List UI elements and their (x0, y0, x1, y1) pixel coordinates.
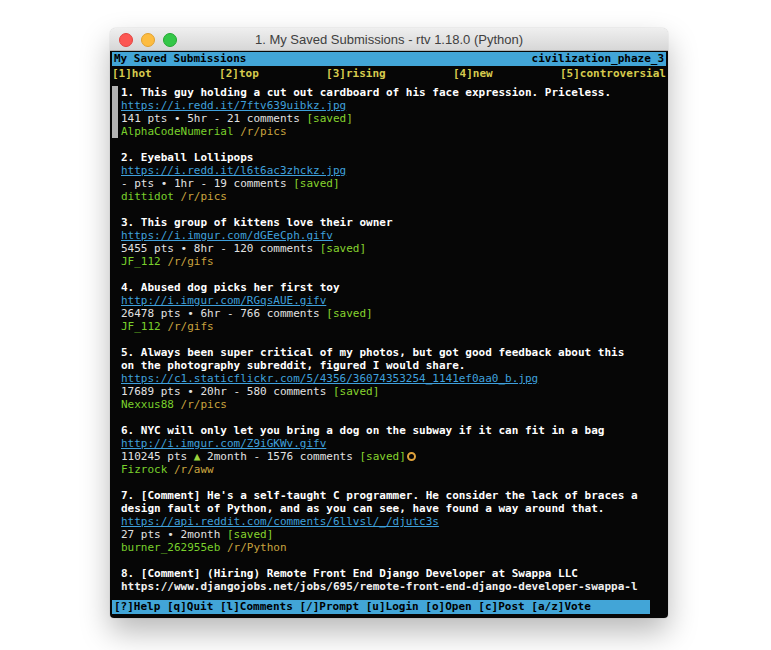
sort-menu: [1]hot[2]top[3]rising[4]new[5]controvers… (112, 67, 666, 80)
subreddit-link[interactable]: /r/pics (240, 125, 286, 138)
subreddit-link[interactable]: /r/pics (181, 398, 227, 411)
saved-badge: [saved] (333, 385, 379, 398)
submission-meta: 27 pts • 2month [saved] (121, 528, 666, 541)
submission-url[interactable]: http://i.imgur.com/RGqsAUE.gifv (121, 294, 666, 307)
footer-shortcut-bar: [?]Help [q]Quit [l]Comments [/]Prompt [u… (112, 600, 650, 614)
submission-byline: JF_112 /r/gifs (121, 255, 666, 268)
subreddit-link[interactable]: /r/gifs (167, 255, 213, 268)
score-and-age: 141 pts • 5hr - 21 comments (121, 112, 306, 125)
author-username[interactable]: AlphaCodeNumerial (121, 125, 234, 138)
close-button[interactable] (119, 33, 133, 47)
author-username[interactable]: Nexxus88 (121, 398, 174, 411)
submission-title: 4. Abused dog picks her first toy (121, 281, 666, 294)
submission-url[interactable]: https://api.reddit.com/comments/6llvsl/_… (121, 515, 666, 528)
submission-url[interactable]: https://c1.staticflickr.com/5/4356/36074… (121, 372, 666, 385)
score-and-age: 5455 pts • 8hr - 120 comments (121, 242, 320, 255)
sort-option-rising[interactable]: [3]rising (326, 67, 386, 80)
subreddit-link[interactable]: /r/Python (227, 541, 287, 554)
author-username[interactable]: Fizrock (121, 463, 167, 476)
submission-item[interactable]: 4. Abused dog picks her first toy http:/… (121, 281, 666, 333)
score-and-age: - pts • 1hr - 19 comments (121, 177, 293, 190)
submission-meta: 5455 pts • 8hr - 120 comments [saved] (121, 242, 666, 255)
submission-meta: 26478 pts • 6hr - 766 comments [saved] (121, 307, 666, 320)
submission-meta: 141 pts • 5hr - 21 comments [saved] (121, 112, 666, 125)
submission-byline: JF_112 /r/gifs (121, 320, 666, 333)
terminal-screen: My Saved Submissions civilization_phaze_… (110, 51, 668, 618)
sort-option-new[interactable]: [4]new (453, 67, 493, 80)
score-and-age: 110245 pts (121, 450, 194, 463)
shortcut-help[interactable]: [?]Help (114, 600, 160, 613)
app-window: 1. My Saved Submissions - rtv 1.18.0 (Py… (110, 28, 668, 618)
saved-badge: [saved] (320, 242, 366, 255)
submission-url[interactable]: http://i.imgur.com/Z9iGKWv.gifv (121, 437, 666, 450)
submission-byline: AlphaCodeNumerial /r/pics (121, 125, 666, 138)
subreddit-link[interactable]: /r/gifs (167, 320, 213, 333)
minimize-button[interactable] (141, 33, 155, 47)
saved-badge: [saved] (326, 307, 372, 320)
submission-title: 6. NYC will only let you bring a dog on … (121, 424, 666, 437)
subreddit-link[interactable]: /r/pics (181, 190, 227, 203)
submission-item[interactable]: 3. This group of kittens love their owne… (121, 216, 666, 268)
subreddit-link[interactable]: /r/aww (174, 463, 214, 476)
sort-option-top[interactable]: [2]top (219, 67, 259, 80)
submission-title: 1. This guy holding a cut out cardboard … (121, 86, 666, 99)
page-title: My Saved Submissions (114, 52, 246, 66)
submission-list: 1. This guy holding a cut out cardboard … (121, 86, 666, 606)
shortcut-open[interactable]: [o]Open (425, 600, 471, 613)
shortcut-login[interactable]: [u]Login (366, 600, 419, 613)
submission-title: 5. Always been super critical of my phot… (121, 346, 666, 372)
author-username[interactable]: JF_112 (121, 320, 161, 333)
window-title: 1. My Saved Submissions - rtv 1.18.0 (Py… (255, 32, 523, 47)
logged-in-username: civilization_phaze_3 (532, 52, 664, 66)
shortcut-vote[interactable]: [a/z]Vote (531, 600, 591, 613)
submission-title: 7. [Comment] He's a self-taught C progra… (121, 489, 666, 515)
saved-badge: [saved] (306, 112, 352, 125)
saved-badge: [saved] (293, 177, 339, 190)
saved-badge: [saved] (359, 450, 405, 463)
sort-option-hot[interactable]: [1]hot (112, 67, 152, 80)
submission-title: 3. This group of kittens love their owne… (121, 216, 666, 229)
titlebar[interactable]: 1. My Saved Submissions - rtv 1.18.0 (Py… (110, 28, 668, 51)
gilded-icon (407, 452, 416, 461)
shortcut-post[interactable]: [c]Post (478, 600, 524, 613)
submission-item[interactable]: 1. This guy holding a cut out cardboard … (121, 86, 666, 138)
submission-item[interactable]: 2. Eyeball Lollipops https://i.redd.it/l… (121, 151, 666, 203)
submission-title: 8. [Comment] (Hiring) Remote Front End D… (121, 567, 666, 580)
sort-option-controversial[interactable]: [5]controversial (560, 67, 666, 80)
status-header: My Saved Submissions civilization_phaze_… (112, 52, 666, 66)
submission-meta: 110245 pts ▲ 2month - 1576 comments [sav… (121, 450, 666, 463)
submission-item[interactable]: 6. NYC will only let you bring a dog on … (121, 424, 666, 476)
submission-byline: Nexxus88 /r/pics (121, 398, 666, 411)
submission-byline: Fizrock /r/aww (121, 463, 666, 476)
author-username[interactable]: burner_262955eb (121, 541, 220, 554)
saved-badge: [saved] (227, 528, 273, 541)
shortcut-prompt[interactable]: [/]Prompt (299, 600, 359, 613)
submission-url[interactable]: https://i.redd.it/7ftv639uibkz.jpg (121, 99, 666, 112)
submission-byline: dittidot /r/pics (121, 190, 666, 203)
selection-cursor-bar (112, 86, 118, 138)
submission-meta: 17689 pts • 20hr - 580 comments [saved] (121, 385, 666, 398)
traffic-lights (119, 33, 177, 47)
author-username[interactable]: dittidot (121, 190, 174, 203)
comments-count: 2month - 1576 comments (200, 450, 359, 463)
submission-byline: burner_262955eb /r/Python (121, 541, 666, 554)
submission-url[interactable]: https://i.imgur.com/dGEeCph.gifv (121, 229, 666, 242)
submission-title: 2. Eyeball Lollipops (121, 151, 666, 164)
submission-item[interactable]: 5. Always been super critical of my phot… (121, 346, 666, 411)
shortcut-comments[interactable]: [l]Comments (220, 600, 293, 613)
score-and-age: 17689 pts • 20hr - 580 comments (121, 385, 333, 398)
zoom-button[interactable] (163, 33, 177, 47)
score-and-age: 26478 pts • 6hr - 766 comments (121, 307, 326, 320)
author-username[interactable]: JF_112 (121, 255, 161, 268)
score-and-age: 27 pts • 2month (121, 528, 227, 541)
submission-item[interactable]: 7. [Comment] He's a self-taught C progra… (121, 489, 666, 554)
submission-url[interactable]: https://i.redd.it/l6t6ac3zhckz.jpg (121, 164, 666, 177)
shortcut-quit[interactable]: [q]Quit (167, 600, 213, 613)
submission-meta: - pts • 1hr - 19 comments [saved] (121, 177, 666, 190)
